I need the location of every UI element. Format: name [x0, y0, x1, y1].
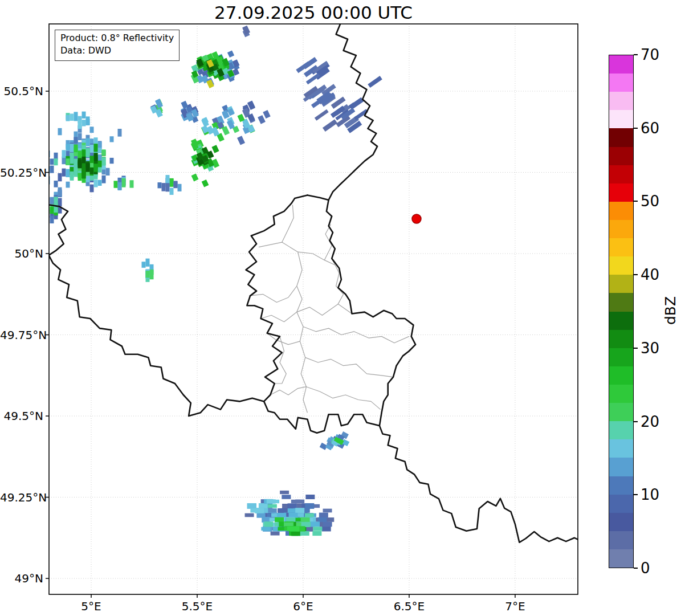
radar-echo-cell	[166, 175, 170, 183]
radar-site-marker	[412, 214, 421, 223]
radar-echo-cell	[270, 500, 279, 503]
lon-tick-label: 5.5°E	[163, 599, 231, 614]
radar-echo-cell	[86, 176, 90, 182]
radar-echo-cell	[106, 168, 110, 176]
radar-echo-cell	[162, 183, 166, 191]
radar-echo-cell	[70, 155, 74, 164]
radar-echo-cell	[146, 271, 150, 278]
radar-echo-cell	[178, 184, 182, 191]
echo-germany-northeast	[296, 57, 382, 133]
radar-echo-cell	[114, 181, 118, 188]
regional-border-line	[270, 387, 306, 395]
radar-echo-cell	[211, 145, 219, 153]
radar-echo-cell	[142, 262, 146, 268]
radar-echo-cell	[284, 523, 293, 526]
radar-echo-cell	[317, 517, 327, 522]
radar-echo-cell	[66, 150, 70, 157]
colorbar-segment	[609, 495, 633, 513]
lon-tick-label: 7°E	[481, 599, 549, 614]
radar-echo-cell	[319, 513, 328, 518]
colorbar-tick-mark	[634, 568, 638, 569]
national-borders	[49, 24, 578, 542]
radar-echo-cell	[90, 145, 94, 153]
regional-border-line	[307, 387, 381, 410]
radar-echo-cell	[58, 198, 62, 207]
radar-echo-cell	[255, 508, 264, 513]
colorbar-segment	[609, 110, 633, 128]
lat-tick-label: 50°N	[0, 246, 43, 261]
colorbar-tick-label: 30	[641, 339, 659, 357]
colorbar-segment	[609, 202, 633, 220]
radar-echo-cell	[70, 113, 74, 120]
lon-tick-label: 6°E	[269, 599, 337, 614]
colorbar-tick-mark	[634, 348, 638, 349]
radar-echo-cell	[98, 142, 102, 148]
radar-echo-cell	[70, 144, 74, 152]
colorbar	[609, 55, 634, 568]
radar-echo-cell	[86, 138, 90, 146]
national-border-line	[49, 205, 264, 417]
radar-echo-cell	[264, 521, 273, 527]
colorbar-tick-label: 0	[641, 559, 650, 577]
radar-echo-cell	[54, 197, 58, 205]
radar-echo-cell	[278, 508, 287, 513]
radar-echo-cell	[74, 137, 78, 143]
radar-echo-cell	[122, 178, 126, 187]
colorbar-segment	[609, 312, 633, 330]
radar-echo-cell	[202, 180, 209, 187]
radar-echo-cell	[245, 513, 254, 517]
radar-echo-cell	[305, 513, 314, 517]
colorbar-segment	[609, 293, 633, 311]
radar-echo-cell	[258, 115, 266, 124]
radar-echo-cell	[102, 149, 106, 155]
radar-echo-cell	[94, 144, 98, 152]
radar-echo-cell	[78, 150, 82, 158]
radar-echo-cell	[94, 153, 98, 161]
radar-echo-cell	[354, 109, 368, 120]
radar-echo-cell	[82, 169, 86, 174]
radar-echo-cell	[268, 508, 277, 513]
radar-echo-cell	[50, 207, 54, 214]
radar-echo-cell	[82, 120, 86, 126]
radar-echo-cell	[58, 173, 62, 181]
radar-echo-cell	[78, 133, 82, 140]
map-canvas	[0, 0, 685, 616]
colorbar-tick-label: 20	[641, 413, 659, 431]
regional-borders	[249, 205, 409, 413]
colorbar-segment	[609, 165, 633, 183]
radar-echo-cell	[78, 160, 82, 168]
radar-echo-cell	[90, 127, 94, 133]
radar-echo-cell	[166, 183, 170, 191]
radar-echo-cell	[146, 259, 150, 267]
radar-echo-cell	[275, 517, 284, 522]
colorbar-segment	[609, 348, 633, 366]
radar-echo-cell	[271, 531, 280, 535]
colorbar-tick-mark	[634, 274, 638, 275]
radar-echo-cell	[170, 179, 174, 186]
radar-echo-cell	[323, 119, 337, 132]
colorbar-segment	[609, 275, 633, 293]
radar-echo-cell	[74, 132, 78, 137]
radar-echo-cell	[74, 145, 78, 152]
radar-echo-cell	[50, 197, 54, 205]
colorbar-axis-label: dBZ	[662, 296, 679, 325]
radar-echo-cell	[300, 531, 309, 536]
radar-echo-cell	[280, 491, 289, 494]
radar-echo-cell	[62, 150, 66, 158]
lon-tick-label: 6.5°E	[375, 599, 443, 614]
annotation-box: Product: 0.8° Reflectivity Data: DWD	[55, 30, 180, 61]
radar-echo-cell	[78, 173, 82, 181]
lat-tick-label: 49.25°N	[0, 490, 43, 505]
radar-echo-cell	[110, 158, 114, 164]
radar-echo-cell	[191, 174, 199, 182]
radar-echo-layer	[46, 26, 382, 536]
colorbar-tick-label: 60	[641, 119, 659, 137]
radar-map-figure: 27.09.2025 00:00 UTC Product: 0.8° Refle…	[0, 0, 685, 616]
radar-echo-cell	[311, 521, 320, 527]
radar-echo-cell	[277, 513, 286, 517]
radar-echo-cell	[90, 168, 94, 174]
radar-echo-cell	[90, 156, 94, 163]
radar-echo-cell	[94, 180, 98, 187]
radar-echo-cell	[78, 120, 82, 129]
lat-tick-label: 49.5°N	[0, 409, 43, 423]
